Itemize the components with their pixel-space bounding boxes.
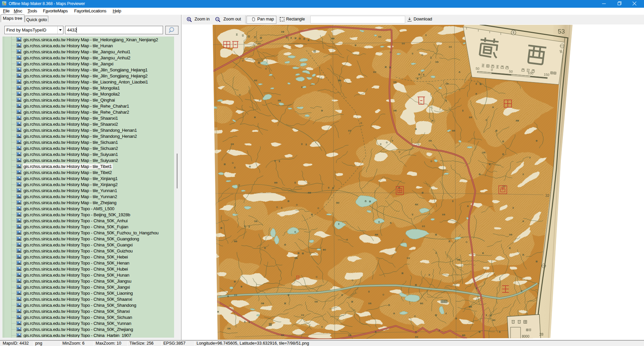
- svg-text:32: 32: [545, 193, 549, 197]
- svg-text:100: 100: [528, 71, 534, 75]
- svg-text:28: 28: [539, 332, 543, 336]
- svg-text:150: 150: [544, 72, 550, 76]
- svg-text:53: 53: [558, 28, 565, 35]
- svg-text:50: 50: [509, 69, 513, 73]
- svg-text:8000: 8000: [522, 335, 530, 338]
- svg-text:50: 50: [475, 66, 479, 70]
